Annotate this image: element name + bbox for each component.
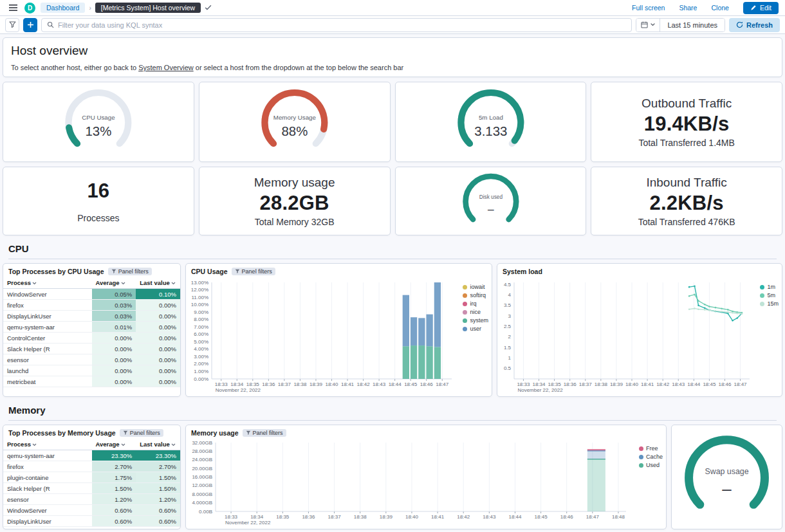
panel-filters-badge[interactable]: Panel filters: [243, 429, 286, 437]
last-value: 1.50%: [136, 483, 180, 494]
panel-filters-badge[interactable]: Panel filters: [232, 268, 275, 275]
column-header-average[interactable]: Average: [92, 277, 136, 289]
legend-item-irq[interactable]: irq: [463, 300, 488, 307]
legend-label: softirq: [470, 292, 486, 298]
system-load-chart-panel: System load 18:3318:3418:3518:3618:3718:…: [497, 263, 782, 397]
svg-text:18:35: 18:35: [276, 514, 290, 520]
svg-text:18:47: 18:47: [586, 514, 600, 520]
date-picker-group: Last 15 minutes: [636, 18, 725, 32]
svg-text:32.00GB: 32.00GB: [192, 440, 212, 446]
gauge-label: Memory Usage: [273, 114, 316, 121]
cpu-usage-gauge: CPU Usage 13%: [3, 82, 194, 161]
process-name: WindowServer: [3, 505, 92, 516]
legend-label: iowait: [470, 284, 485, 290]
breadcrumb-dashboard[interactable]: Dashboard: [41, 3, 85, 13]
process-name: DisplayLinkUser: [3, 516, 92, 527]
process-name: esensor: [3, 354, 92, 365]
saved-query-menu-button[interactable]: [5, 18, 19, 32]
legend-item-nice[interactable]: nice: [463, 309, 488, 315]
svg-text:18:34: 18:34: [230, 381, 244, 387]
legend-item-1m[interactable]: 1m: [760, 284, 779, 290]
edit-button[interactable]: Edit: [743, 2, 779, 14]
legend-item-Used[interactable]: Used: [639, 462, 663, 468]
legend-dot: [463, 318, 467, 323]
legend-label: user: [470, 326, 481, 332]
intro-text-before: To select another host, either go back t…: [11, 64, 138, 71]
panel-filters-badge[interactable]: Panel filters: [108, 268, 152, 275]
legend-item-softirq[interactable]: softirq: [463, 292, 488, 298]
filter-funnel-icon: [246, 430, 251, 436]
column-header-average[interactable]: Average: [92, 439, 136, 450]
refresh-button[interactable]: Refresh: [729, 18, 780, 32]
legend-item-15m[interactable]: 15m: [760, 300, 779, 307]
table-row: esensor1.20%1.20%: [3, 494, 180, 505]
date-picker-calendar-button[interactable]: [636, 19, 660, 32]
filter-funnel-icon: [123, 430, 128, 436]
last-value: 23.30%: [136, 450, 180, 461]
table-row: qemu-system-aar0.01%0.00%: [3, 322, 180, 333]
gauge-svg: 5m Load 3.133: [398, 84, 584, 160]
share-link[interactable]: Share: [679, 4, 697, 12]
svg-text:18:46: 18:46: [420, 381, 434, 387]
svg-text:10.00%: 10.00%: [191, 302, 208, 307]
pencil-icon: [750, 5, 757, 11]
kql-search-input[interactable]: [58, 21, 626, 29]
process-name: metricbeat: [3, 376, 92, 387]
column-header-process[interactable]: Process: [3, 277, 92, 289]
full-screen-link[interactable]: Full screen: [632, 4, 665, 12]
column-header-last-value[interactable]: Last value: [136, 439, 180, 450]
clone-link[interactable]: Clone: [711, 4, 728, 12]
process-name: DisplayLinkUser: [3, 311, 92, 322]
system-load-legend: 1m5m15m: [760, 284, 779, 307]
svg-text:18:36: 18:36: [302, 514, 315, 520]
system-overview-link[interactable]: System Overview: [138, 64, 194, 71]
process-name: launchd: [3, 365, 92, 376]
legend-item-system[interactable]: system: [463, 317, 488, 324]
legend-label: Cache: [646, 454, 663, 460]
cpu-usage-chart: 18:3318:3418:3518:3618:3718:3818:3918:40…: [186, 277, 492, 396]
panel-filters-badge[interactable]: Panel filters: [120, 429, 163, 437]
svg-text:18:47: 18:47: [436, 381, 449, 387]
legend-item-5m[interactable]: 5m: [760, 292, 779, 298]
legend-label: nice: [470, 309, 481, 315]
deployment-logo[interactable]: D: [24, 3, 35, 14]
memory-processes-table-panel: Top Processes by Memory Usage Panel filt…: [3, 425, 181, 529]
refresh-icon: [736, 21, 743, 28]
svg-text:18:45: 18:45: [535, 514, 548, 520]
sort-icon: [32, 443, 37, 446]
cpu-section-header: CPU: [3, 240, 782, 259]
legend-item-user[interactable]: user: [463, 326, 488, 332]
average-value: 1.50%: [92, 483, 136, 494]
legend-label: Free: [646, 445, 658, 452]
processes-panel: 16 Processes: [3, 167, 194, 235]
process-name: ControlCenter: [3, 333, 92, 344]
time-range-button[interactable]: Last 15 minutes: [660, 19, 725, 32]
svg-text:3: 3: [508, 313, 512, 319]
add-filter-button[interactable]: [23, 18, 37, 32]
cpu-usage-legend: iowaitsoftirqirqnicesystemuser: [463, 284, 488, 332]
menu-button[interactable]: [6, 1, 19, 14]
process-name: qemu-system-aar: [3, 450, 92, 461]
last-value: 0.00%: [136, 344, 180, 354]
process-name: Slack Helper (R: [3, 344, 92, 354]
memory-usage-legend: FreeCacheUsed: [639, 445, 663, 468]
last-value: 0.10%: [136, 289, 180, 300]
column-header-last-value[interactable]: Last value: [136, 277, 180, 289]
legend-item-Cache[interactable]: Cache: [639, 454, 663, 460]
svg-text:3.5: 3.5: [504, 302, 512, 308]
column-header-process[interactable]: Process: [3, 439, 92, 450]
legend-item-Free[interactable]: Free: [639, 445, 663, 452]
svg-text:8.000GB: 8.000GB: [192, 491, 212, 497]
svg-text:November 22, 2022: November 22, 2022: [517, 387, 563, 393]
process-name: firefox: [3, 300, 92, 311]
legend-item-iowait[interactable]: iowait: [463, 284, 488, 290]
svg-text:18:34: 18:34: [250, 514, 264, 520]
legend-dot: [463, 293, 467, 298]
table-row: DisplayLinkUser0.60%0.60%: [3, 516, 180, 527]
average-value: 0.00%: [92, 376, 136, 387]
svg-text:28.00GB: 28.00GB: [192, 448, 212, 454]
outbound-value: 19.4KB/s: [644, 113, 730, 136]
svg-text:12.00GB: 12.00GB: [192, 482, 212, 488]
gauge-value: 13%: [85, 124, 111, 138]
memory-stat-value: 28.2GB: [260, 192, 329, 215]
